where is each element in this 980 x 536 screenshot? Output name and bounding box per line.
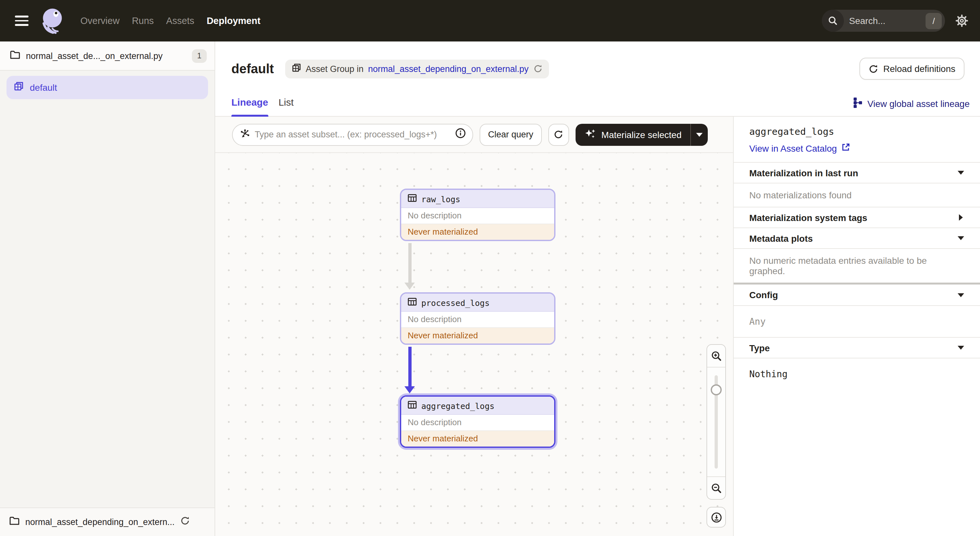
view-in-asset-catalog-link[interactable]: View in Asset Catalog: [749, 143, 964, 154]
section-metadata-plots[interactable]: Metadata plots: [734, 227, 980, 248]
settings-gear-icon[interactable]: [955, 14, 968, 27]
asset-node-processed-logs[interactable]: processed_logs No description Never mate…: [400, 292, 555, 345]
reload-icon[interactable]: [180, 516, 190, 528]
breadcrumb: Asset Group in normal_asset_depending_on…: [285, 59, 549, 78]
nav-overview[interactable]: Overview: [80, 16, 119, 26]
asset-node-status: Never materialized: [401, 328, 554, 344]
lineage-graph-icon: [853, 97, 863, 110]
main-content: default Asset Group in normal_asset_depe…: [215, 41, 980, 536]
search-input[interactable]: [844, 16, 926, 26]
view-in-asset-catalog-label: View in Asset Catalog: [749, 143, 837, 153]
table-icon: [408, 297, 417, 309]
section-materialization-last-run[interactable]: Materialization in last run: [734, 162, 980, 183]
reload-definitions-label: Reload definitions: [883, 64, 955, 74]
asset-group-icon: [14, 81, 24, 94]
asset-node-description: No description: [401, 312, 554, 328]
section-type[interactable]: Type: [734, 337, 980, 358]
asset-query-input[interactable]: [255, 130, 450, 139]
asset-node-raw-logs[interactable]: raw_logs No description Never materializ…: [400, 189, 555, 241]
lineage-canvas[interactable]: raw_logs No description Never materializ…: [215, 153, 733, 536]
asset-groups-sidebar: normal_asset_de..._on_external.py 1 defa…: [0, 41, 215, 536]
view-global-asset-lineage-label: View global asset lineage: [867, 99, 970, 109]
metadata-plots-empty-state: No numeric metadata entries available to…: [734, 248, 980, 283]
section-label: Materialization in last run: [749, 167, 858, 178]
materialization-empty-state: No materializations found: [734, 183, 980, 207]
primary-nav: Overview Runs Assets Deployment: [80, 16, 261, 26]
clear-query-label: Clear query: [488, 130, 533, 139]
breadcrumb-code-location-link[interactable]: normal_asset_depending_on_external.py: [368, 64, 528, 73]
graph-toolbar: Clear query: [215, 117, 733, 153]
edge-processed-to-aggregated: [404, 347, 415, 394]
materialize-selected-label: Materialize selected: [601, 129, 681, 140]
section-label: Materialization system tags: [749, 212, 867, 223]
zoom-controls: [706, 344, 726, 500]
reload-icon[interactable]: [533, 64, 542, 73]
info-icon[interactable]: [455, 128, 466, 141]
hamburger-menu-icon[interactable]: [9, 8, 34, 33]
chevron-down-icon: [957, 345, 964, 350]
section-label: Config: [749, 290, 778, 300]
table-icon: [408, 400, 417, 412]
config-value: Any: [734, 305, 980, 337]
dagster-logo-icon[interactable]: [39, 6, 65, 35]
sidebar-item-code-location[interactable]: normal_asset_de..._on_external.py 1: [0, 41, 215, 71]
zoom-in-button[interactable]: [707, 345, 725, 367]
zoom-out-button[interactable]: [707, 477, 725, 499]
materialize-dropdown-button[interactable]: [690, 124, 708, 145]
group-default-label: default: [30, 82, 57, 93]
sidebar-item-group-default[interactable]: default: [6, 76, 208, 99]
folder-icon: [10, 49, 20, 62]
nav-deployment[interactable]: Deployment: [207, 16, 261, 26]
tab-list-label: List: [278, 96, 294, 109]
asset-node-header: processed_logs: [401, 294, 554, 312]
sidebar-footer-code-location[interactable]: normal_asset_depending_on_extern...: [0, 507, 215, 536]
asset-query-input-wrap: [232, 124, 473, 145]
type-value: Nothing: [734, 358, 980, 399]
page-title: default: [231, 61, 274, 76]
dagster-app: Overview Runs Assets Deployment /: [0, 0, 980, 536]
asset-graph-icon: [240, 128, 250, 141]
sparkles-icon: [584, 127, 596, 142]
folder-icon: [9, 516, 19, 528]
view-global-asset-lineage-link[interactable]: View global asset lineage: [853, 96, 970, 111]
clear-query-button[interactable]: Clear query: [480, 124, 542, 145]
page-header: default Asset Group in normal_asset_depe…: [215, 41, 980, 96]
materialize-selected-button[interactable]: Materialize selected: [576, 124, 690, 145]
asset-node-name: aggregated_logs: [421, 401, 495, 410]
tab-list[interactable]: List: [278, 96, 294, 117]
chevron-right-icon: [957, 215, 964, 220]
asset-details-panel: aggregated_logs View in Asset Catalog Ma…: [733, 117, 980, 536]
details-header: aggregated_logs View in Asset Catalog: [734, 117, 980, 162]
asset-node-aggregated-logs[interactable]: aggregated_logs No description Never mat…: [400, 395, 555, 448]
tab-lineage-label: Lineage: [231, 96, 268, 109]
edge-raw-to-processed: [404, 243, 415, 290]
section-materialization-system-tags[interactable]: Materialization system tags: [734, 207, 980, 227]
tab-lineage[interactable]: Lineage: [231, 96, 268, 117]
asset-node-description: No description: [401, 415, 554, 431]
search-box[interactable]: /: [822, 10, 945, 32]
asset-node-header: raw_logs: [401, 190, 554, 208]
export-graph-button[interactable]: [706, 507, 726, 528]
section-label: Metadata plots: [749, 233, 813, 243]
asset-node-description: No description: [401, 208, 554, 224]
section-label: Type: [749, 342, 770, 353]
section-config[interactable]: Config: [734, 285, 980, 305]
asset-node-name: processed_logs: [421, 298, 490, 307]
nav-assets[interactable]: Assets: [166, 16, 194, 26]
asset-group-icon: [291, 63, 301, 75]
reload-definitions-button[interactable]: Reload definitions: [859, 58, 964, 80]
chevron-down-icon: [957, 293, 964, 297]
zoom-slider-handle[interactable]: [711, 384, 722, 395]
nav-runs[interactable]: Runs: [132, 16, 154, 26]
table-icon: [408, 193, 417, 205]
chevron-down-icon: [957, 170, 964, 175]
breadcrumb-prefix: Asset Group in: [305, 64, 364, 73]
asset-node-name: raw_logs: [421, 194, 460, 204]
asset-node-status: Never materialized: [401, 431, 554, 447]
tabs-bar: Lineage List: [215, 96, 980, 117]
external-link-icon: [841, 143, 850, 154]
zoom-slider[interactable]: [707, 367, 725, 477]
refresh-graph-button[interactable]: [548, 124, 569, 145]
search-icon: [822, 10, 844, 32]
top-nav: Overview Runs Assets Deployment /: [0, 0, 980, 41]
